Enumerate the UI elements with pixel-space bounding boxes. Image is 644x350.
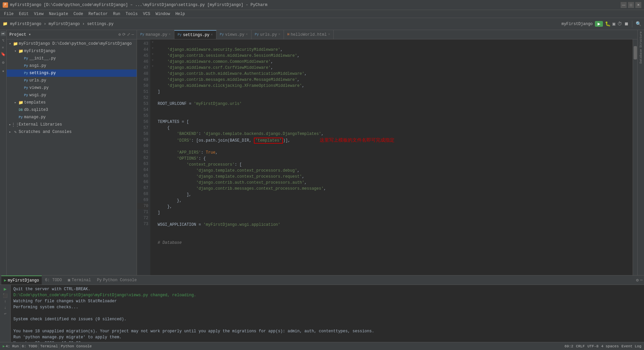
python-console-status[interactable]: Python Console <box>61 344 92 348</box>
tab-views[interactable]: Py views.py × <box>216 30 252 39</box>
external-libs-icon: ⋮⋮ <box>13 122 18 127</box>
tree-item-templates[interactable]: ▸ 📁 templates <box>7 99 137 106</box>
encoding-status[interactable]: UTF-8 <box>588 344 599 348</box>
minimize-button[interactable]: — <box>621 2 627 8</box>
tree-label-asgi: asgi.py <box>29 63 46 68</box>
tree-label-manage: manage.py <box>24 115 46 120</box>
close-button[interactable]: ✕ <box>635 2 641 8</box>
wrap-icon[interactable]: ↩ <box>4 312 6 316</box>
tree-item-myfirstdjango[interactable]: ▾ 📁 myFirstDjango <box>7 47 137 55</box>
menu-code[interactable]: Code <box>71 11 86 17</box>
app-icon: P <box>3 2 8 8</box>
menu-help[interactable]: Help <box>173 11 188 17</box>
event-log-status[interactable]: Event Log <box>622 344 641 348</box>
run-tab-status[interactable]: ▶ 4: Run <box>3 344 19 348</box>
log-line-checks: Performing system checks... <box>13 304 641 310</box>
tab-settings[interactable]: Py settings.py × <box>174 30 216 39</box>
tab-label-helloworld: helloWorld.html <box>291 32 327 37</box>
run-config-label: myFirstDjango <box>561 22 593 26</box>
project-expand-icon[interactable]: ⤢ <box>127 32 130 37</box>
commit-icon[interactable]: ⌥ <box>1 37 5 44</box>
menu-view[interactable]: View <box>31 11 46 17</box>
tree-item-db[interactable]: DB db.sqlite3 <box>7 106 137 114</box>
coverage-icon[interactable]: ▣ <box>613 21 615 27</box>
log-line-no-issues: System check identified no issues (0 sil… <box>13 316 641 322</box>
maximize-button[interactable]: □ <box>628 2 634 8</box>
code-editor[interactable]: 'django.middleware.security.SecurityMidd… <box>155 39 633 275</box>
tree-item-settings[interactable]: Py settings.py <box>7 69 137 77</box>
menubar: File Edit View Navigate Code Refactor Ru… <box>0 10 644 18</box>
line-col-status[interactable]: 69:2 <box>565 344 573 348</box>
minimize-panel-icon[interactable]: — <box>640 278 643 283</box>
tree-label-init: __init__.py <box>29 56 56 61</box>
run-button[interactable]: ▶ <box>595 21 603 27</box>
tree-item-init[interactable]: Py __init__.py <box>7 55 137 62</box>
tab-helloworld[interactable]: H helloWorld.html × <box>284 30 334 39</box>
menu-run[interactable]: Run <box>110 11 123 17</box>
toolbar-right: myFirstDjango ▶ 🐛 ▣ ⏱ ⏹ 🔍 <box>561 21 641 27</box>
bottom-content-area: ▶ ⬛ ↑ ↓ ↩ Quit the server with CTRL-BREA… <box>0 285 644 342</box>
stop-icon[interactable]: ⏹ <box>624 21 629 27</box>
line-ending-status[interactable]: CRLF <box>576 344 585 348</box>
tab-close-settings[interactable]: × <box>211 33 213 37</box>
database-icon[interactable]: Database <box>639 49 643 63</box>
project-gear-icon[interactable]: ⚙ <box>119 32 121 37</box>
tab-close-urls[interactable]: × <box>278 33 280 36</box>
todo-status[interactable]: 6: TODO <box>22 344 37 348</box>
tree-label-templates: templates <box>24 100 46 105</box>
python-file-icon: Py <box>140 33 144 36</box>
indent-status[interactable]: 4 spaces <box>601 344 619 348</box>
tree-item-root[interactable]: ▾ 📁 myFirstDjango D:\Code\python_code\my… <box>7 40 137 47</box>
chevron-down-icon: ▾ <box>13 49 17 53</box>
project-header: Project ▾ ⚙ ⟳ ⤢ — <box>7 30 137 39</box>
search-everywhere-icon[interactable]: 🔍 <box>636 21 641 27</box>
services-icon[interactable]: ⚙ <box>1 59 5 66</box>
window-controls[interactable]: — □ ✕ <box>621 2 641 8</box>
tab-todo[interactable]: 6: TODO <box>42 276 64 285</box>
scroll-up-icon[interactable]: ↑ <box>4 300 6 304</box>
tab-manage[interactable]: Py manage.py × <box>137 30 174 39</box>
tree-item-scratches[interactable]: ▸ ✎ Scratches and Consoles <box>7 128 137 136</box>
log-line-reload: D:\Code\python_code\myFirstDjango\myFirs… <box>13 292 641 298</box>
project-collapse-icon[interactable]: — <box>132 32 134 37</box>
menu-vcs[interactable]: VCS <box>140 11 153 17</box>
scroll-down-icon[interactable]: ↓ <box>4 306 6 310</box>
structure-icon[interactable]: ≡ <box>1 45 6 50</box>
structure-icon[interactable]: Structure <box>639 31 643 48</box>
profile-icon[interactable]: ⏱ <box>617 21 622 27</box>
tree-item-views[interactable]: Py views.py <box>7 84 137 92</box>
tree-item-manage[interactable]: Py manage.py <box>7 114 137 121</box>
project-sync-icon[interactable]: ⟳ <box>122 32 126 37</box>
tree-item-urls[interactable]: Py urls.py <box>7 77 137 84</box>
favorites-icon[interactable]: ★ <box>1 67 5 75</box>
project-tool-icon[interactable]: 1 <box>1 31 6 36</box>
tab-urls[interactable]: Py urls.py × <box>252 30 284 39</box>
bottom-panel-controls: ⚙ — <box>636 278 643 283</box>
tab-run[interactable]: ▶ myFirstDjango <box>1 276 42 285</box>
tab-terminal[interactable]: ▣ Terminal <box>65 276 94 285</box>
settings-icon[interactable]: ⚙ <box>636 278 639 283</box>
menu-file[interactable]: File <box>1 11 16 17</box>
terminal-status[interactable]: Terminal <box>40 344 58 348</box>
bookmarks-icon[interactable]: 🔖 <box>0 50 6 58</box>
menu-tools[interactable]: Tools <box>123 11 140 17</box>
editor-scrollbar[interactable] <box>633 39 637 275</box>
tree-item-ext-libs[interactable]: ▸ ⋮⋮ External Libraries <box>7 121 137 128</box>
tab-close-views[interactable]: × <box>246 33 248 36</box>
tab-close-helloworld[interactable]: × <box>328 33 330 36</box>
menu-navigate[interactable]: Navigate <box>46 11 71 17</box>
run-again-button[interactable]: ▶ <box>4 286 6 292</box>
project-label: Project ▾ <box>9 32 119 37</box>
stop-button[interactable]: ⬛ <box>3 293 8 298</box>
menu-window[interactable]: Window <box>153 11 173 17</box>
tab-close-manage[interactable]: × <box>169 33 171 36</box>
breadcrumb-project[interactable]: 📁 myFirstDjango › myFirstDjango › settin… <box>3 21 114 26</box>
tree-item-wsgi[interactable]: Py wsgi.py <box>7 92 137 99</box>
tree-item-asgi[interactable]: Py asgi.py <box>7 62 137 69</box>
menu-refactor[interactable]: Refactor <box>86 11 111 17</box>
scratch-icon: ✎ <box>13 129 18 135</box>
menu-edit[interactable]: Edit <box>16 11 31 17</box>
tree-label-wsgi: wsgi.py <box>29 93 46 98</box>
tab-python-console[interactable]: Py Python Console <box>94 276 139 285</box>
debug-icon[interactable]: 🐛 <box>605 21 611 27</box>
